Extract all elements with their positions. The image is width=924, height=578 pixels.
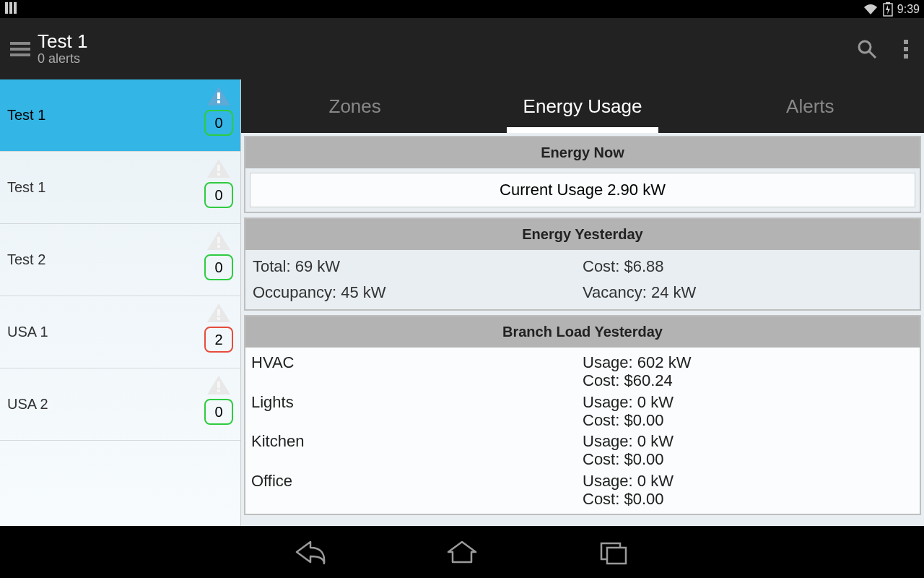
svg-rect-14 <box>217 237 220 243</box>
svg-rect-2 <box>14 2 17 14</box>
menu-icon[interactable] <box>10 39 30 59</box>
branch-values: Usage: 0 kWCost: $0.00 <box>583 432 914 469</box>
alert-triangle-icon <box>206 302 232 324</box>
tab[interactable]: Alerts <box>697 79 924 133</box>
svg-rect-4 <box>886 2 890 4</box>
panel-energy-yesterday: Energy Yesterday Total: 69 kW Cost: $6.8… <box>244 217 921 311</box>
sidebar-item-label: USA 1 <box>7 324 48 340</box>
back-button[interactable] <box>292 538 328 566</box>
alert-triangle-icon <box>206 230 232 251</box>
svg-rect-19 <box>217 389 220 392</box>
panel-branch-load: Branch Load Yesterday HVACUsage: 602 kWC… <box>244 315 921 515</box>
branch-values: Usage: 0 kWCost: $0.00 <box>583 472 914 509</box>
svg-rect-8 <box>904 47 908 51</box>
svg-rect-1 <box>9 2 12 14</box>
page-title-block: Test 1 0 alerts <box>38 31 87 67</box>
sidebar-item[interactable]: Test 10 <box>0 152 240 224</box>
branch-row: LightsUsage: 0 kWCost: $0.00 <box>251 392 914 431</box>
alert-count-badge: 0 <box>204 254 233 280</box>
panel-heading: Energy Yesterday <box>245 219 920 250</box>
svg-rect-13 <box>217 173 220 176</box>
panel-energy-now: Energy Now Current Usage 2.90 kW <box>244 136 921 213</box>
status-bar: 9:39 <box>0 0 924 18</box>
svg-rect-16 <box>217 309 220 316</box>
energy-occupancy: Occupancy: 45 kW <box>253 283 583 302</box>
svg-rect-11 <box>217 100 220 103</box>
page-subtitle: 0 alerts <box>38 51 87 66</box>
svg-rect-9 <box>904 54 908 59</box>
alert-triangle-icon <box>206 85 232 107</box>
tab-bar: ZonesEnergy UsageAlerts <box>241 79 924 133</box>
svg-rect-21 <box>607 548 626 564</box>
branch-row: KitchenUsage: 0 kWCost: $0.00 <box>251 431 914 470</box>
page-title: Test 1 <box>38 31 87 52</box>
panel-heading: Energy Now <box>245 137 920 168</box>
energy-total: Total: 69 kW <box>253 257 583 276</box>
svg-rect-12 <box>217 165 220 171</box>
alert-triangle-icon <box>206 374 232 396</box>
sidebar-item[interactable]: Test 20 <box>0 224 240 296</box>
main-content: ZonesEnergy UsageAlerts Energy Now Curre… <box>241 79 924 526</box>
sidebar-item-label: USA 2 <box>7 396 48 413</box>
site-sidebar: Test 10Test 10Test 20USA 12USA 20 <box>0 79 241 526</box>
alert-count-badge: 0 <box>204 399 233 425</box>
tab[interactable]: Energy Usage <box>468 79 696 133</box>
alert-triangle-icon <box>206 158 232 179</box>
energy-cost: Cost: $6.88 <box>583 257 912 276</box>
status-app-icon <box>4 1 17 17</box>
branch-name: Kitchen <box>251 432 583 469</box>
sidebar-item[interactable]: USA 12 <box>0 296 240 368</box>
svg-point-5 <box>859 41 871 53</box>
svg-rect-17 <box>217 317 220 320</box>
svg-line-6 <box>869 51 876 58</box>
status-time: 9:39 <box>897 3 920 16</box>
wifi-icon <box>863 3 879 16</box>
sidebar-item-label: Test 2 <box>7 251 45 268</box>
svg-rect-7 <box>904 40 908 44</box>
current-usage-value: Current Usage 2.90 kW <box>250 173 915 207</box>
alert-count-badge: 0 <box>204 110 233 136</box>
sidebar-item[interactable]: USA 20 <box>0 368 240 441</box>
svg-rect-15 <box>217 245 220 248</box>
recent-apps-button[interactable] <box>596 538 632 566</box>
panel-heading: Branch Load Yesterday <box>245 316 920 348</box>
energy-vacancy: Vacancy: 24 kW <box>583 283 912 302</box>
branch-values: Usage: 602 kWCost: $60.24 <box>583 353 914 390</box>
home-button[interactable] <box>444 538 480 566</box>
sidebar-item[interactable]: Test 10 <box>0 79 240 152</box>
svg-rect-18 <box>217 381 220 388</box>
action-bar: Test 1 0 alerts <box>0 18 924 79</box>
branch-name: HVAC <box>251 353 583 390</box>
svg-rect-0 <box>5 2 8 14</box>
sidebar-item-label: Test 1 <box>7 107 45 124</box>
branch-values: Usage: 0 kWCost: $0.00 <box>583 393 914 430</box>
tab[interactable]: Zones <box>241 79 468 133</box>
branch-name: Office <box>251 472 583 509</box>
branch-row: HVACUsage: 602 kWCost: $60.24 <box>251 352 914 392</box>
alert-count-badge: 0 <box>204 182 233 208</box>
android-nav-bar <box>0 526 924 578</box>
search-icon[interactable] <box>856 38 878 60</box>
branch-name: Lights <box>251 393 583 430</box>
overflow-menu-icon[interactable] <box>902 38 910 60</box>
alert-count-badge: 2 <box>204 327 233 353</box>
branch-row: OfficeUsage: 0 kWCost: $0.00 <box>251 470 914 510</box>
battery-charging-icon <box>883 2 893 17</box>
svg-rect-10 <box>217 92 220 99</box>
sidebar-item-label: Test 1 <box>7 179 45 196</box>
